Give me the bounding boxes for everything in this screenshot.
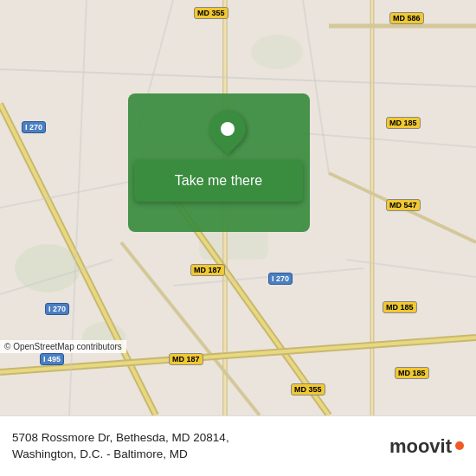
road-badge-md547: MD 547: [386, 199, 421, 211]
map-container: MD 355 MD 586 I 270 MD 185 MD 547 MD 187…: [0, 0, 476, 415]
road-badge-i270-left: I 270: [45, 303, 69, 315]
take-me-there-button[interactable]: Take me there: [134, 160, 303, 202]
road-badge-md355-bot: MD 355: [291, 383, 325, 396]
map-pin: [209, 111, 246, 147]
road-badge-md185-right: MD 185: [383, 301, 417, 313]
pin-shape: [202, 103, 253, 154]
address-line1: 5708 Rossmore Dr, Bethesda, MD 20814,: [12, 431, 229, 444]
attribution-text: © OpenStreetMap contributors: [4, 342, 122, 351]
moovit-dot: [455, 441, 464, 450]
address-line2: Washington, D.C. - Baltimore, MD: [12, 447, 188, 460]
osm-attribution: © OpenStreetMap contributors: [0, 340, 126, 353]
road-badge-md355-top: MD 355: [194, 7, 228, 19]
address-info: 5708 Rossmore Dr, Bethesda, MD 20814, Wa…: [12, 430, 389, 463]
take-me-there-label: Take me there: [175, 173, 262, 189]
pin-inner: [221, 122, 235, 136]
moovit-logo: moovit: [389, 435, 464, 458]
road-badge-md586: MD 586: [389, 12, 424, 24]
road-badge-md185-top: MD 185: [386, 117, 421, 129]
road-badge-i270-top: I 270: [22, 121, 46, 133]
road-badge-i270-mid: I 270: [268, 273, 293, 285]
address-line: 5708 Rossmore Dr, Bethesda, MD 20814, Wa…: [12, 430, 389, 463]
road-badge-i495: I 495: [40, 353, 64, 365]
road-badge-md187-bot: MD 187: [169, 353, 203, 365]
road-badge-md187-mid: MD 187: [190, 264, 225, 276]
moovit-text: moovit: [389, 435, 452, 458]
info-bar: 5708 Rossmore Dr, Bethesda, MD 20814, Wa…: [0, 415, 476, 476]
road-badge-md185-bot: MD 185: [395, 367, 429, 379]
